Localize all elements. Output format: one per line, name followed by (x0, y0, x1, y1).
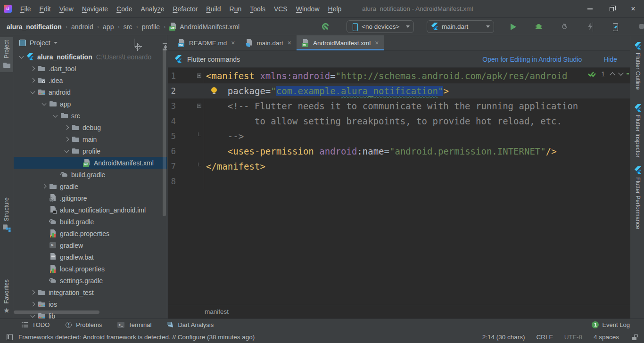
menu-refactor[interactable]: Refactor (168, 0, 202, 18)
breadcrumb-item[interactable]: app (103, 23, 114, 31)
editor-breadcrumb[interactable]: manifest (168, 305, 630, 318)
breadcrumb-item-file[interactable]: AndroidManifest.xml (180, 23, 239, 31)
restore-button[interactable] (601, 0, 622, 18)
code-line-1[interactable]: 1<manifest xmlns:android="http://schemas… (168, 68, 630, 83)
menu-run[interactable]: Run (225, 0, 246, 18)
close-tab-icon[interactable]: × (288, 39, 291, 47)
open-in-android-studio-link[interactable]: Open for Editing in Android Studio (482, 56, 582, 63)
tree-item-androidmanifest-xml[interactable]: AndroidManifest.xml (14, 157, 167, 169)
tree-vertical-scrollbar[interactable] (163, 48, 166, 216)
menu-window[interactable]: Window (292, 0, 324, 18)
menu-navigate[interactable]: Navigate (78, 0, 112, 18)
code-line-3[interactable]: 3 <!-- Flutter needs it to communicate w… (168, 98, 630, 114)
fold-marker-icon[interactable] (198, 163, 201, 166)
menu-vcs[interactable]: VCS (270, 0, 292, 18)
tree-item-integration-test[interactable]: integration_test (14, 286, 167, 298)
code-line-2[interactable]: 2 package="com.example.alura_notificatio… (168, 83, 630, 98)
tree-chevron-slot[interactable] (50, 115, 60, 117)
tool-tab-flutter-performance[interactable]: Flutter Performance (631, 163, 644, 232)
stop-button[interactable] (637, 23, 644, 31)
line-separator-widget[interactable]: CRLF (536, 334, 553, 341)
breadcrumb-item[interactable]: profile (142, 23, 160, 31)
menu-tools[interactable]: Tools (246, 0, 270, 18)
tree-item--gitignore[interactable]: .gitignore (14, 192, 167, 204)
tree-item-local-properties[interactable]: local.properties (14, 263, 167, 275)
code-line-6[interactable]: 6 <uses-permission android:name="android… (168, 144, 630, 159)
close-tab-icon[interactable]: × (231, 39, 235, 47)
code-editor[interactable]: 1<manifest xmlns:android="http://schemas… (168, 68, 630, 305)
tree-item-main[interactable]: main (14, 133, 167, 145)
fold-marker-icon[interactable] (197, 74, 201, 78)
profile-button[interactable] (561, 23, 569, 31)
tree-chevron-slot[interactable] (61, 126, 72, 129)
tool-tab-project[interactable]: Project (0, 37, 13, 72)
editor-tab-main-dart[interactable]: main.dart× (240, 35, 296, 50)
tree-item-app[interactable]: app (14, 98, 167, 110)
intention-bulb-icon[interactable] (211, 87, 217, 95)
breadcrumb-item[interactable]: src (124, 23, 132, 31)
tree-chevron-slot[interactable] (27, 67, 38, 70)
code-line-5[interactable]: 5 --> (168, 129, 630, 144)
inspection-widget[interactable]: 1 (588, 70, 623, 78)
menu-edit[interactable]: Edit (35, 0, 55, 18)
breadcrumb-item[interactable]: android (71, 23, 93, 31)
tool-tab-favorites[interactable]: Favorites ★ (0, 277, 13, 318)
status-message[interactable]: Frameworks detected: Android framework i… (18, 334, 255, 341)
tree-item-gradle[interactable]: gradle (14, 180, 167, 192)
locate-file-button[interactable] (134, 43, 142, 51)
tree-item-alura-notification[interactable]: alura_notificationC:\Users\Leonardo (14, 51, 167, 63)
lock-icon[interactable] (630, 333, 638, 341)
tree-chevron-slot[interactable] (27, 291, 38, 294)
hide-banner-link[interactable]: Hide (603, 56, 617, 63)
tool-tab-flutter-outline[interactable]: Flutter Outline (631, 39, 644, 93)
tree-item-ios[interactable]: ios (14, 298, 167, 310)
tree-chevron-slot[interactable] (27, 91, 38, 93)
tree-item-android[interactable]: android (14, 86, 167, 98)
breadcrumb-item[interactable]: alura_notification (7, 23, 62, 31)
tree-item-gradlew[interactable]: gradlew (14, 239, 167, 251)
tree-chevron-slot[interactable] (39, 185, 49, 188)
menu-file[interactable]: File (16, 0, 35, 18)
caret-position-widget[interactable]: 2:14 (30 chars) (482, 334, 525, 341)
tree-item-src[interactable]: src (14, 110, 167, 122)
toolwindow-button-terminal[interactable]: Terminal (117, 321, 151, 329)
tree-item--dart-tool[interactable]: .dart_tool (14, 63, 167, 74)
device-selector[interactable]: <no devices> (347, 20, 414, 33)
tree-chevron-slot[interactable] (27, 79, 38, 82)
debug-button[interactable] (535, 23, 543, 31)
close-tab-icon[interactable]: × (375, 39, 379, 47)
previous-problem-button[interactable] (610, 72, 615, 77)
encoding-widget[interactable]: UTF-8 (564, 334, 582, 341)
indent-widget[interactable]: 4 spaces (594, 334, 619, 341)
tree-item-gradle-properties[interactable]: gradle.properties (14, 228, 167, 239)
menu-analyze[interactable]: Analyze (137, 0, 169, 18)
tree-item-build-gradle[interactable]: build.gradle (14, 216, 167, 228)
tool-tab-flutter-inspector[interactable]: Flutter Inspector (631, 101, 644, 160)
tree-chevron-slot[interactable] (16, 56, 26, 58)
tree-item--idea[interactable]: .idea (14, 74, 167, 86)
toolwindow-button-dart-analysis[interactable]: Dart Analysis (166, 321, 214, 329)
hot-reload-button[interactable] (586, 23, 594, 31)
run-configuration-selector[interactable]: main.dart (427, 20, 494, 33)
toolwindow-button-todo[interactable]: TODO (21, 321, 50, 329)
menu-help[interactable]: Help (324, 0, 346, 18)
editor-tab-readme-md[interactable]: README.md× (173, 35, 240, 50)
tree-item-settings-gradle[interactable]: settings.gradle (14, 275, 167, 286)
project-view-selector[interactable]: Project (30, 39, 50, 47)
tree-item-gradlew-bat[interactable]: gradlew.bat (14, 251, 167, 263)
toolwindow-button-problems[interactable]: Problems (65, 321, 102, 329)
tree-chevron-slot[interactable] (27, 302, 38, 306)
close-button[interactable]: × (622, 0, 644, 18)
run-button[interactable] (509, 23, 517, 31)
code-line-7[interactable]: 7</manifest> (168, 159, 630, 174)
next-problem-button[interactable] (618, 70, 623, 75)
tree-chevron-slot[interactable] (27, 315, 38, 317)
tree-item-debug[interactable]: debug (14, 122, 167, 133)
flutter-hot-reload-icon[interactable] (322, 23, 330, 31)
tool-tab-structure[interactable]: Structure (0, 195, 13, 235)
menu-build[interactable]: Build (202, 0, 225, 18)
toggle-toolwindows-icon[interactable] (6, 333, 14, 341)
tree-item-profile[interactable]: profile (14, 145, 167, 157)
fold-marker-icon[interactable] (197, 104, 201, 108)
code-line-4[interactable]: 4 to allow setting breakpoints, to provi… (168, 114, 630, 129)
